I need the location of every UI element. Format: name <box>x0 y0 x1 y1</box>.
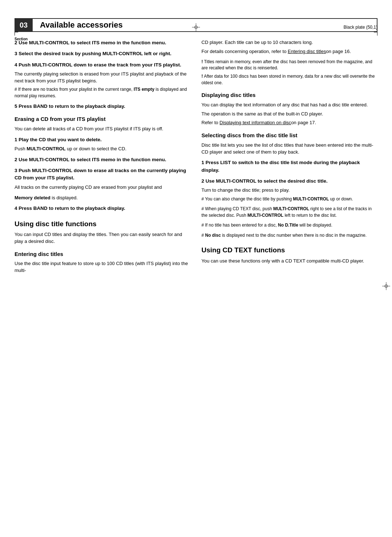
crosshair-top <box>192 23 200 33</box>
cdtext-heading: Using CD TEXT functions <box>201 245 377 256</box>
entering-disc-link: Entering disc titles <box>288 49 326 54</box>
no-dtitle-bold: No D.Title <box>278 223 298 228</box>
s-step2-note1: # You can also change the disc title by … <box>201 196 377 202</box>
section-number: 03 <box>15 18 33 32</box>
corner-mark-tl <box>15 32 18 36</box>
multi-control-note2a: MULTI-CONTROL <box>273 206 309 211</box>
cdtext-text: You can use these functions only with a … <box>201 258 377 265</box>
step4-heading: 4 Push MULTI-CONTROL down to erase the t… <box>15 61 191 69</box>
e-step1-text: Push MULTI-CONTROL up or down to select … <box>15 146 191 152</box>
selecting-heading: Selecting discs from the disc title list <box>201 131 377 140</box>
right-text2: For details concerning operation, refer … <box>201 48 377 55</box>
s-step2-note2: # When playing CD TEXT disc, push MULTI-… <box>201 206 377 219</box>
s-step2-note3: # If no title has been entered for a dis… <box>201 222 377 228</box>
note2: ! After data for 100 discs has been stor… <box>201 73 377 86</box>
displaying-text1: You can display the text information of … <box>201 102 377 109</box>
s-step2-note4: # No disc is displayed next to the disc … <box>201 232 377 239</box>
no-disc-bold: No disc <box>205 233 221 238</box>
e-step3-text: All tracks on the currently playing CD a… <box>15 184 191 191</box>
s-step1-heading: 1 Press LIST to switch to the disc title… <box>201 159 377 174</box>
left-column: 2 Use MULTI-CONTROL to select ITS memo i… <box>15 39 191 278</box>
excl-icon2: ! <box>201 74 203 79</box>
displaying-heading: Displaying disc titles <box>201 91 377 99</box>
right-text1: CD player. Each title can be up to 10 ch… <box>201 39 377 46</box>
e-step2-heading: 2 Use MULTI-CONTROL to select ITS memo i… <box>15 156 191 163</box>
section-label: Section <box>15 37 28 41</box>
entering-text: Use the disc title input feature to stor… <box>15 260 191 274</box>
selecting-text: Disc title list lets you see the list of… <box>201 142 377 156</box>
s-step2-heading: 2 Use MULTI-CONTROL to select the desire… <box>201 178 377 185</box>
crosshair-right <box>382 282 390 292</box>
step4-note: # If there are no tracks from your playl… <box>15 86 191 99</box>
e-step3-heading: 3 Push MULTI-CONTROL down to erase all t… <box>15 167 191 182</box>
displaying-text2: The operation is the same as that of the… <box>201 111 377 118</box>
page-container: Black plate (50,1) Section 03 Available … <box>0 18 392 537</box>
right-column: CD player. Each title can be up to 10 ch… <box>201 39 377 278</box>
erasing-heading: Erasing a CD from your ITS playlist <box>15 115 191 123</box>
s-step2-text: Turn to change the disc title; press to … <box>201 187 377 194</box>
displaying-link: Displaying text information on disc <box>220 120 291 125</box>
corner-mark-tr <box>374 32 377 36</box>
its-empty-bold: ITS empty <box>134 87 154 92</box>
e-step4-heading: 4 Press BAND to return to the playback d… <box>15 205 191 212</box>
disc-title-heading: Using disc title functions <box>15 219 191 229</box>
e-step1-heading: 1 Play the CD that you want to delete. <box>15 136 191 143</box>
disc-title-text: You can input CD titles and display the … <box>15 231 191 245</box>
step3-heading: 3 Select the desired track by pushing MU… <box>15 50 191 57</box>
top-right-label: Black plate (50,1) <box>344 25 377 30</box>
displaying-text3: Refer to Displaying text information on … <box>201 119 377 126</box>
multi-control-bold: MULTI-CONTROL <box>26 146 65 151</box>
multi-control-note1: MULTI-CONTROL <box>293 196 329 202</box>
content-area: 2 Use MULTI-CONTROL to select ITS memo i… <box>15 39 377 278</box>
hash-icon: # <box>15 87 17 92</box>
step5-heading: 5 Press BAND to return to the playback d… <box>15 103 191 110</box>
excl-icon1: ! <box>201 59 203 64</box>
entering-heading: Entering disc titles <box>15 250 191 259</box>
erasing-text: You can delete all tracks of a CD from y… <box>15 126 191 133</box>
step2-heading: 2 Use MULTI-CONTROL to select ITS memo i… <box>15 39 191 46</box>
step4-text: The currently playing selection is erase… <box>15 71 191 85</box>
section-title: Available accessories <box>33 18 377 32</box>
note1: ! Titles remain in memory, even after th… <box>201 59 377 72</box>
memory-deleted-bold: Memory deleted <box>15 195 50 200</box>
multi-control-note2b: MULTI-CONTROL <box>248 213 283 218</box>
e-step3-text2: Memory deleted is displayed. <box>15 195 191 202</box>
